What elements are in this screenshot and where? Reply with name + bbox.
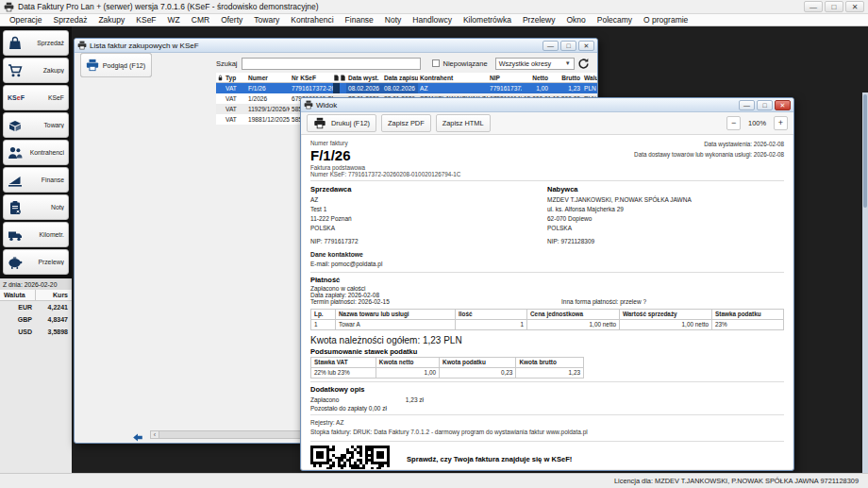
maximize-button[interactable]: □ (825, 1, 843, 12)
preview-minimize-button[interactable]: — (739, 100, 755, 110)
sidebar-item[interactable]: Finanse (3, 167, 69, 193)
divider (310, 381, 784, 382)
workspace: Sprzedaż Zakupy KSeF KSeF Towary (0, 26, 868, 473)
cell-numer: 11929/1/2026/KT (246, 104, 290, 114)
scrollbar-thumb[interactable] (863, 94, 867, 208)
sidebar-item[interactable]: Sprzedaż (3, 30, 69, 56)
sidebar-item[interactable]: Kontrahenci (3, 140, 69, 165)
sidebar-item[interactable]: Kilometr. (3, 222, 69, 247)
arrow-left-icon[interactable] (131, 429, 144, 440)
rates-rows: EUR 4,2241 GBP 4,8347 USD 3,5898 (0, 301, 72, 338)
search-input[interactable] (242, 58, 421, 70)
menu-item[interactable]: Finanse (340, 15, 379, 25)
menu-item[interactable]: Kilometrówka (458, 15, 517, 25)
header-waluta[interactable]: Waluta (582, 73, 598, 83)
menu-item[interactable]: Sprzedaż (48, 15, 93, 25)
unlinked-checkbox-label[interactable]: Niepowiązane (443, 59, 488, 68)
sidebar-item-label: Towary (24, 122, 64, 128)
application-window: Data Faktury Pro Lan + (serwer) wersja 7… (0, 0, 868, 488)
sidebar-item-label: Finanse (24, 177, 64, 183)
close-button[interactable]: ✕ (845, 1, 864, 12)
sidebar: Sprzedaż Zakupy KSeF KSeF Towary (0, 26, 72, 473)
tax-rate: 22% lub 23% (311, 367, 376, 378)
header-ksef[interactable]: Nr KSeF (290, 73, 333, 83)
sidebar-item[interactable]: Noty (3, 194, 69, 220)
scroll-left-arrow[interactable]: ‹ (151, 431, 159, 438)
list-maximize-button[interactable]: □ (560, 41, 576, 51)
cell-typ: VAT (224, 104, 246, 114)
cell-netto: 1,00 (522, 83, 550, 93)
period-select[interactable]: Wszystkie okresy ▼ (495, 58, 575, 70)
rates-col-rate[interactable]: Kurs (36, 290, 72, 300)
menu-item[interactable]: Kontrahenci (285, 15, 339, 25)
header-kontrahent[interactable]: Kontrahent (418, 73, 488, 83)
menu-item[interactable]: KSeF (130, 15, 161, 25)
zoom-out-button[interactable]: − (726, 116, 741, 130)
item-qty: 1 (456, 319, 527, 329)
item-value: 1,00 netto (620, 319, 712, 329)
divider (310, 180, 784, 181)
list-close-button[interactable]: ✕ (578, 41, 594, 51)
preview-close-button[interactable]: ✕ (775, 100, 791, 110)
menu-item[interactable]: Okno (560, 15, 591, 25)
header-netto[interactable]: Netto (522, 73, 550, 83)
list-minimize-button[interactable]: — (542, 41, 559, 51)
header-data-wyst[interactable]: Data wyst. (346, 73, 382, 83)
mdi-vertical-scrollbar[interactable] (862, 93, 868, 473)
rates-col-currency[interactable]: Waluta (0, 290, 36, 300)
bag-icon (8, 35, 24, 51)
save-html-button[interactable]: Zapisz HTML (436, 114, 491, 132)
qr-headline: Sprawdź, czy Twoja faktura znajduje się … (407, 455, 721, 463)
header-brutto[interactable]: Brutto (550, 73, 582, 83)
menu-item[interactable]: O programie (638, 15, 693, 25)
list-window-titlebar[interactable]: Lista faktur zakupowych w KSeF — □ ✕ (75, 39, 597, 53)
sidebar-item-label: Przelewy (24, 259, 64, 265)
refresh-icon[interactable] (577, 57, 590, 69)
save-pdf-button[interactable]: Zapisz PDF (381, 114, 431, 132)
menu-item[interactable]: Operacje (4, 15, 48, 25)
sidebar-item[interactable]: KSeF KSeF (3, 85, 69, 110)
menu-item[interactable]: Zakupy (92, 15, 130, 25)
header-data-zapisu[interactable]: Data zapisu (382, 73, 418, 83)
header-typ[interactable]: Typ (224, 73, 246, 83)
app-titlebar: Data Faktury Pro Lan + (serwer) wersja 7… (0, 0, 868, 14)
invoice-dates: Data wystawienia: 2026-02-08 Data dostaw… (634, 140, 784, 177)
header-numer[interactable]: Numer (246, 73, 290, 83)
items-header-qty: Ilość (456, 309, 527, 319)
extra-description-block: Dodatkowy opis Zapłacono 1,23 zł Pozosta… (310, 385, 784, 412)
list-action-button[interactable]: Podgląd (F12) (80, 53, 152, 77)
menu-item[interactable]: Handlowcy (407, 15, 458, 25)
document-icon[interactable] (333, 75, 340, 81)
cell-numer: F/1/26 (246, 83, 290, 93)
list-window-icon (77, 41, 87, 50)
minimize-button[interactable]: — (804, 1, 823, 12)
preview-window-titlebar[interactable]: Widok — □ ✕ (301, 98, 793, 112)
menu-item[interactable]: Przelewy (517, 15, 560, 25)
cell-data-zapisu: 08.02.2026 (382, 83, 418, 93)
pin-icon[interactable] (216, 75, 224, 81)
sidebar-item[interactable]: Zakupy (3, 58, 69, 83)
unlinked-checkbox[interactable] (432, 59, 440, 67)
menu-item[interactable]: WZ (162, 15, 186, 25)
menu-item[interactable]: Polecamy (592, 15, 638, 25)
menu-item[interactable]: Oferty (215, 15, 248, 25)
sidebar-item[interactable]: Towary (3, 112, 69, 138)
tax-header-gross: Kwota brutto (516, 357, 584, 367)
preview-maximize-button[interactable]: □ (757, 100, 773, 110)
divider (310, 414, 784, 415)
divider (310, 272, 784, 273)
document-icon[interactable] (340, 75, 346, 81)
sidebar-item[interactable]: Przelewy (3, 249, 69, 275)
menu-item[interactable]: Towary (248, 15, 285, 25)
print-button[interactable]: Drukuj (F12) (307, 114, 376, 132)
menu-item[interactable]: CMR (186, 15, 215, 25)
preview-window: Widok — □ ✕ Drukuj (F12) Zapisz PDF Zapi… (300, 97, 794, 471)
header-nip[interactable]: NIP (488, 73, 522, 83)
cell-waluta: PLN (582, 83, 598, 93)
table-row[interactable]: VAT F/1/26 7791617372-202 08.02.2026 08.… (216, 83, 598, 93)
divider (310, 441, 784, 442)
items-header-row: Lp. Nazwa towaru lub usługi Ilość Cena j… (311, 309, 784, 319)
menu-item[interactable]: Noty (379, 15, 407, 25)
zoom-in-button[interactable]: + (774, 116, 788, 130)
payment-block: Płatność Zapłacono w całości Data zapłat… (310, 276, 784, 305)
